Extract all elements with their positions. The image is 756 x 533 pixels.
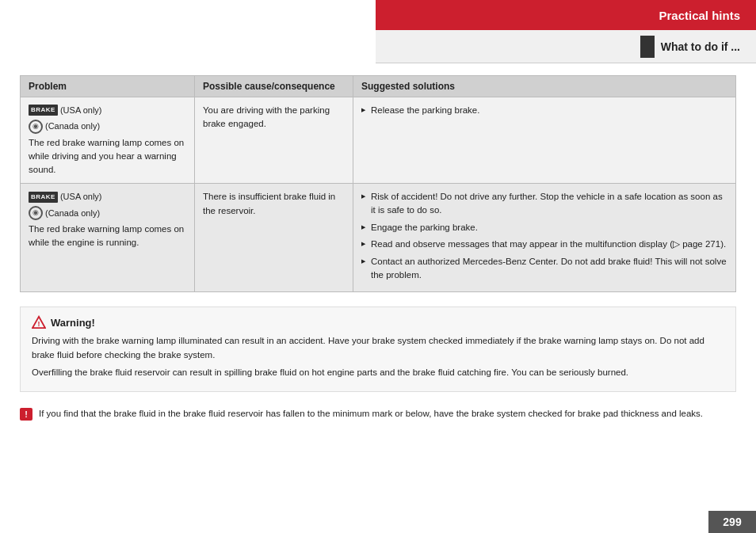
solution-item: Contact an authorized Mercedes-Benz Cent… xyxy=(361,255,727,281)
problem-cell-1: BRAKE (USA only) ◉ (Canada only) The red… xyxy=(21,97,195,184)
problem-description-2: The red brake warning lamp comes on whil… xyxy=(29,223,186,250)
what-to-do-title: What to do if ... xyxy=(661,40,740,53)
canada-label-2: (Canada only) xyxy=(45,207,100,220)
solution-list-2: Risk of accident! Do not drive any furth… xyxy=(361,190,727,281)
col-header-solution: Suggested solutions xyxy=(353,76,736,97)
table-row: BRAKE (USA only) ◉ (Canada only) The red… xyxy=(21,97,736,184)
problem-table: Problem Possible cause/consequence Sugge… xyxy=(20,75,736,292)
solution-list-1: Release the parking brake. xyxy=(361,104,727,117)
usa-label-1: (USA only) xyxy=(60,104,102,117)
table-row: BRAKE (USA only) ◉ (Canada only) The red… xyxy=(21,184,736,292)
problem-cell-2: BRAKE (USA only) ◉ (Canada only) The red… xyxy=(21,184,195,292)
solution-cell-1: Release the parking brake. xyxy=(353,97,736,184)
main-content: Problem Possible cause/consequence Sugge… xyxy=(0,63,756,533)
solution-item: Risk of accident! Do not drive any furth… xyxy=(361,190,727,216)
canada-label-1: (Canada only) xyxy=(45,120,100,133)
info-note: ! If you find that the brake fluid in th… xyxy=(20,403,736,424)
icon-row-brake-2: BRAKE (USA only) xyxy=(29,190,186,204)
warning-box: ! Warning! Driving with the brake warnin… xyxy=(20,306,736,392)
brake-icon-1: BRAKE xyxy=(29,105,58,116)
brake-icon-2: BRAKE xyxy=(29,192,58,203)
circle-icon-2: ◉ xyxy=(29,206,43,220)
solution-item: Engage the parking brake. xyxy=(361,221,727,234)
problem-description-1: The red brake warning lamp comes on whil… xyxy=(29,136,186,177)
header-top: Practical hints xyxy=(376,0,756,30)
icon-row-circle-1: ◉ (Canada only) xyxy=(29,120,186,134)
solution-cell-2: Risk of accident! Do not drive any furth… xyxy=(353,184,736,292)
icon-row-circle-2: ◉ (Canada only) xyxy=(29,206,186,220)
practical-hints-title: Practical hints xyxy=(659,9,740,22)
warning-triangle-icon: ! xyxy=(32,315,46,329)
usa-label-2: (USA only) xyxy=(60,190,102,204)
icon-row-brake-1: BRAKE (USA only) xyxy=(29,104,186,117)
cause-cell-1: You are driving with the parking brake e… xyxy=(195,97,353,184)
col-header-problem: Problem xyxy=(21,76,195,97)
header-bottom: What to do if ... xyxy=(376,30,756,63)
warning-text: Driving with the brake warning lamp illu… xyxy=(32,334,724,379)
info-note-text: If you find that the brake fluid in the … xyxy=(39,407,703,421)
warning-title: ! Warning! xyxy=(32,315,724,329)
solution-item: Release the parking brake. xyxy=(361,104,727,117)
svg-text:!: ! xyxy=(38,321,40,329)
header: Practical hints What to do if ... xyxy=(376,0,756,63)
circle-icon-1: ◉ xyxy=(29,120,43,134)
col-header-cause: Possible cause/consequence xyxy=(195,76,353,97)
info-icon: ! xyxy=(20,408,32,421)
cause-cell-2: There is insufficient brake fluid in the… xyxy=(195,184,353,292)
page-number: 299 xyxy=(708,511,756,533)
solution-item: Read and observe messages that may appea… xyxy=(361,238,727,251)
